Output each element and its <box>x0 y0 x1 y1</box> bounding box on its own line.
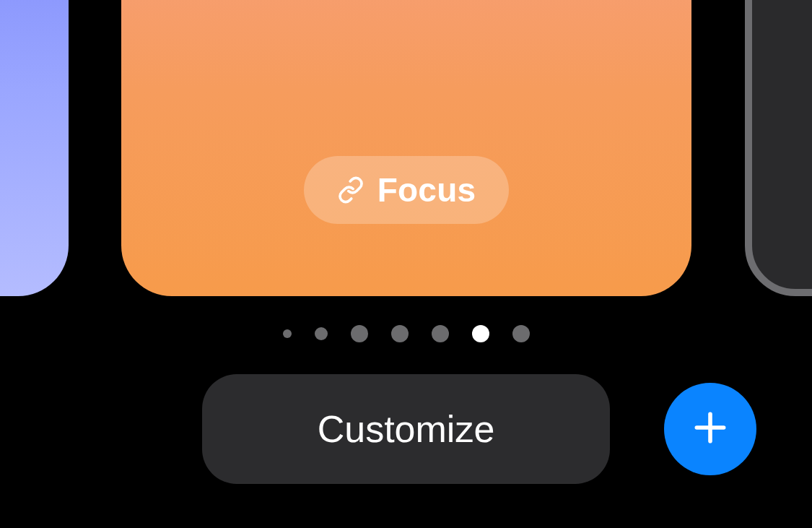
page-dot[interactable] <box>391 325 409 342</box>
page-dot[interactable] <box>432 325 449 342</box>
plus-icon <box>690 407 730 451</box>
current-lock-screen-card[interactable]: Focus <box>121 0 691 296</box>
customize-label: Customize <box>318 407 495 451</box>
link-icon <box>337 176 364 204</box>
page-dot[interactable] <box>512 325 530 342</box>
page-indicator[interactable] <box>0 325 812 342</box>
focus-pill-label: Focus <box>377 170 476 209</box>
add-button[interactable] <box>664 383 756 475</box>
page-dot[interactable] <box>351 325 368 342</box>
bottom-actions: Customize <box>0 374 812 490</box>
page-dot[interactable] <box>283 329 292 338</box>
customize-button[interactable]: Customize <box>202 374 610 484</box>
page-dot-active[interactable] <box>472 325 489 342</box>
page-dot[interactable] <box>315 327 328 340</box>
prev-lock-screen-card[interactable] <box>0 0 69 296</box>
focus-link-pill[interactable]: Focus <box>304 156 509 224</box>
next-lock-screen-card[interactable] <box>745 0 812 296</box>
lock-screen-carousel[interactable]: Focus <box>0 0 812 296</box>
